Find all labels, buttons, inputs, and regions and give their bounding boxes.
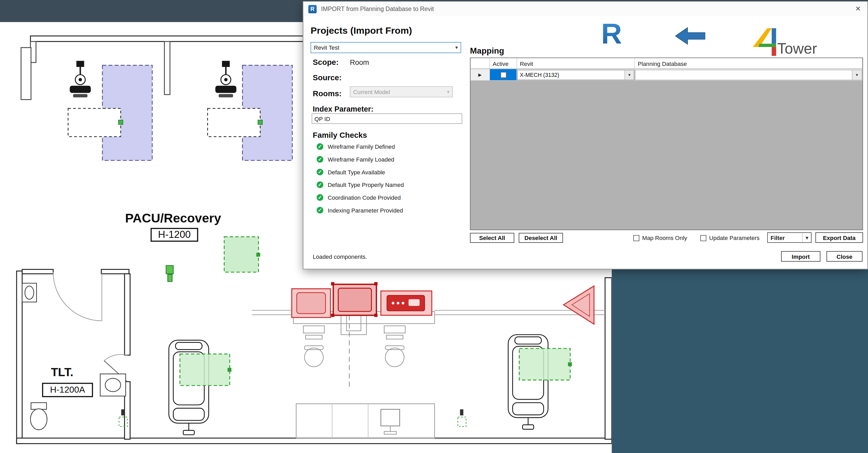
projects-select-value: Revit Test	[314, 44, 339, 51]
dialog-title: IMPORT from Planning Database to Revit	[321, 5, 434, 12]
family-check-item: ✓ Indexing Parameter Provided	[316, 204, 428, 217]
mapping-table-header: Active Revit Planning Database	[471, 58, 863, 69]
column-header-rowselector	[471, 58, 490, 68]
rooms-label: Rooms:	[313, 89, 342, 98]
small-green-fixture[interactable]	[166, 266, 174, 282]
scope-label: Scope:	[313, 58, 339, 66]
chevron-down-icon: ▾	[803, 235, 811, 240]
import-dialog: R IMPORT from Planning Database to Revit…	[303, 1, 868, 269]
rooms-select-value: Current Model	[353, 89, 390, 95]
index-parameter-label: Index Parameter:	[313, 105, 374, 114]
chevron-down-icon[interactable]: ▾	[624, 70, 634, 79]
map-rooms-only-checkbox[interactable]: Map Rooms Only	[633, 233, 687, 242]
family-check-item: ✓ Wireframe Family Defined	[316, 140, 428, 153]
ceiling-equipment[interactable]	[70, 61, 91, 97]
close-button[interactable]: Close	[827, 251, 863, 262]
family-check-item: ✓ Coordination Code Provided	[316, 191, 428, 204]
family-check-item: ✓ Default Type Properly Named	[316, 178, 428, 191]
update-parameters-checkbox[interactable]: Update Parameters	[700, 233, 760, 242]
checkbox-box[interactable]	[633, 235, 639, 241]
column-header-active[interactable]: Active	[490, 58, 517, 68]
red-equipment-group[interactable]	[292, 282, 594, 324]
projects-select[interactable]: Revit Test ▾	[311, 42, 461, 53]
check-icon: ✓	[316, 194, 323, 200]
check-icon: ✓	[316, 168, 323, 175]
chevron-down-icon: ▾	[444, 89, 452, 95]
revit-value: X-MECH (3132)	[520, 72, 559, 78]
planning-database-select[interactable]: ▾	[635, 69, 862, 80]
revit-logo-letter: R	[601, 18, 622, 50]
import-button[interactable]: Import	[781, 251, 820, 262]
checkbox-box[interactable]	[700, 235, 706, 241]
family-checks-heading: Family Checks	[313, 130, 367, 139]
status-text: Loaded components.	[313, 253, 367, 260]
fourtower-logo-text: Tower	[777, 40, 817, 57]
source-label: Source:	[313, 73, 342, 82]
door-swings	[53, 272, 127, 382]
family-check-item: ✓ Wireframe Family Loaded	[316, 153, 428, 165]
revit-value-select[interactable]: X-MECH (3132) ▾	[517, 69, 634, 80]
tlt-room-label: TLT.	[51, 366, 73, 379]
close-icon[interactable]: ✕	[855, 5, 861, 13]
index-parameter-input[interactable]	[312, 114, 462, 124]
tlt-room-number-tag[interactable]: H-1200A	[42, 383, 93, 397]
revit-logo: R	[597, 18, 628, 50]
select-all-button[interactable]: Select All	[470, 233, 514, 243]
ceiling-equipment[interactable]	[215, 61, 236, 97]
check-icon: ✓	[316, 143, 323, 150]
active-checkbox[interactable]	[500, 72, 506, 78]
planning-database-cell[interactable]: ▾	[635, 69, 863, 80]
row-selector-icon[interactable]: ▶	[471, 69, 490, 80]
deselect-all-button[interactable]: Deselect All	[519, 233, 563, 243]
screen: PACU/Recovery H-1200 TLT. H-1200A R IMPO…	[0, 0, 868, 453]
projects-heading: Projects (Import From)	[311, 25, 412, 36]
room-title-label: PACU/Recovery	[125, 211, 221, 226]
mapping-table[interactable]: Active Revit Planning Database ▶ X-MECH …	[470, 58, 863, 230]
mapping-row[interactable]: ▶ X-MECH (3132) ▾ ▾	[471, 69, 863, 81]
scope-value: Room	[350, 58, 369, 66]
check-icon: ✓	[316, 206, 323, 213]
column-header-revit[interactable]: Revit	[517, 58, 635, 68]
check-icon: ✓	[316, 156, 323, 162]
active-cell[interactable]	[490, 69, 517, 80]
filter-select[interactable]: Filter ▾	[767, 232, 811, 243]
export-data-button[interactable]: Export Data	[815, 232, 863, 243]
mapping-heading: Mapping	[470, 46, 504, 56]
chevron-down-icon: ▾	[453, 45, 461, 50]
fourtower-logo: Tower	[752, 25, 827, 57]
chevron-down-icon[interactable]: ▾	[852, 70, 862, 79]
check-icon: ✓	[316, 181, 323, 188]
column-header-planning-database[interactable]: Planning Database	[635, 58, 863, 68]
family-check-item: ✓ Default Type Available	[316, 165, 428, 178]
room-number-tag[interactable]: H-1200	[151, 228, 198, 242]
dialog-title-bar[interactable]: R IMPORT from Planning Database to Revit…	[304, 2, 867, 16]
family-checks-panel: ✓ Wireframe Family Defined ✓ Wireframe F…	[316, 140, 428, 216]
rooms-select[interactable]: Current Model ▾	[350, 86, 453, 97]
equipment-footprint-1[interactable]	[68, 108, 121, 137]
equipment-footprint-2[interactable]	[208, 108, 260, 137]
revit-app-icon: R	[308, 5, 317, 13]
back-arrow-icon	[676, 27, 705, 45]
nurse-station-desk	[293, 307, 435, 438]
filter-select-value: Filter	[771, 234, 785, 241]
red-equipment-selected[interactable]	[331, 282, 377, 317]
revit-cell[interactable]: X-MECH (3132) ▾	[517, 69, 635, 80]
